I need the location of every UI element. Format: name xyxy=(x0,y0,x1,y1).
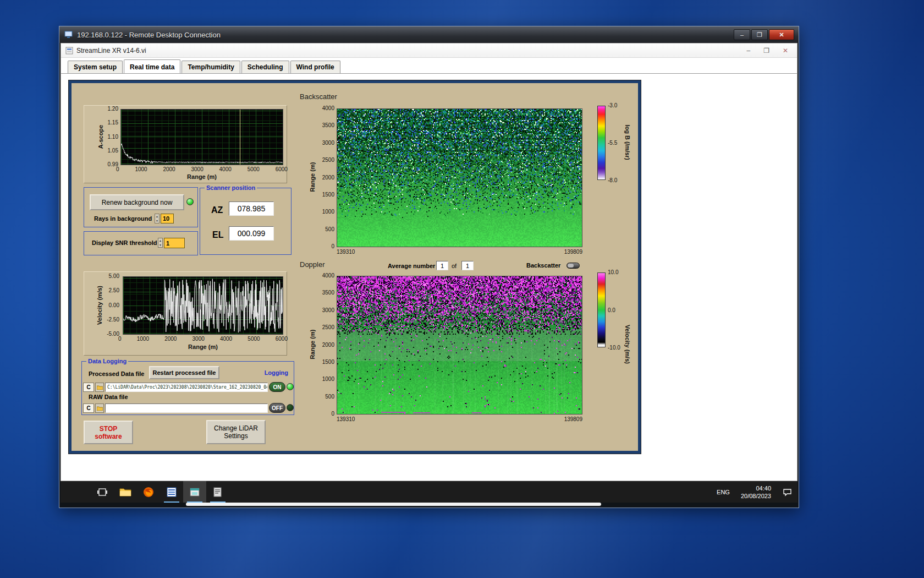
tick-label: 3500 xyxy=(322,290,334,296)
tick-label: -10.0 xyxy=(608,345,625,351)
backscatter-toggle[interactable] xyxy=(566,263,580,269)
rdp-window: 192.168.0.122 - Remote Desktop Connectio… xyxy=(59,26,799,508)
scanner-position-title: Scanner position xyxy=(205,184,257,191)
rays-value-field[interactable]: 10 xyxy=(161,214,174,223)
tick-label: -8.0 xyxy=(608,177,625,183)
azimuth-value: 078.985 xyxy=(229,201,274,216)
stop-software-button[interactable]: STOP software xyxy=(84,421,133,444)
doppler-x-start: 139310 xyxy=(337,416,355,422)
backscatter-y-ticks: 40003500300025002000150010005000 xyxy=(314,105,334,249)
tick-label: 4000 xyxy=(322,105,334,111)
raw-logging-toggle[interactable]: OFF xyxy=(269,403,285,413)
clock-time: 04:40 xyxy=(741,484,771,492)
tick-label: -5.00 xyxy=(107,331,119,337)
tick-label: 0.00 xyxy=(109,302,119,308)
average-number-field[interactable]: 1 xyxy=(436,261,448,270)
app-close-button[interactable]: ✕ xyxy=(783,47,788,54)
processed-drive-selector[interactable]: C xyxy=(83,383,94,392)
snr-value-field[interactable]: 1 xyxy=(164,238,185,248)
rdp-window-controls: – ❐ ✕ xyxy=(734,29,794,40)
velocity-x-ticks: 0100020003000400050006000 xyxy=(118,336,288,342)
scanner-position-group: Scanner position AZ 078.985 EL 000.099 xyxy=(200,188,292,255)
spin-up-icon[interactable]: ▲ xyxy=(158,238,162,243)
streamline-app-button[interactable] xyxy=(183,481,206,503)
restart-processed-file-button[interactable]: Restart processed file xyxy=(149,366,219,379)
processed-logging-toggle[interactable]: ON xyxy=(269,382,285,392)
file-explorer-button[interactable] xyxy=(114,481,137,503)
spin-down-icon[interactable]: ▼ xyxy=(158,243,162,247)
tick-label: 0 xyxy=(331,243,334,249)
scan-app-icon xyxy=(213,487,223,497)
labview-vi-icon xyxy=(65,47,73,54)
tab-temp-humidity[interactable]: Temp/humidity xyxy=(182,61,240,73)
doppler-section-title: Doppler xyxy=(300,260,325,269)
tick-label: 2000 xyxy=(322,342,334,348)
azimuth-label: AZ xyxy=(211,205,223,215)
tick-label: 10.0 xyxy=(608,269,625,275)
spin-down-icon[interactable]: ▼ xyxy=(155,219,159,223)
velocity-plot-canvas xyxy=(123,277,283,334)
language-indicator[interactable]: ENG xyxy=(711,489,735,495)
tick-label: 3000 xyxy=(322,140,334,146)
task-view-icon xyxy=(97,487,108,498)
rays-spinner[interactable]: ▲▼ xyxy=(155,214,160,223)
ascope-plot-area xyxy=(120,109,283,165)
app-titlebar[interactable]: StreamLine XR v14-6.vi – ❐ ✕ xyxy=(61,43,797,58)
raw-browse-button[interactable] xyxy=(95,403,104,413)
backscatter-heatmap-canvas xyxy=(337,109,582,247)
app-blue-button[interactable] xyxy=(160,481,183,503)
renew-background-button[interactable]: Renew background now xyxy=(90,194,184,210)
raw-drive-selector[interactable]: C xyxy=(83,403,94,413)
data-logging-group: Data Logging Processed Data file Restart… xyxy=(81,361,294,415)
clock[interactable]: 04:40 20/08/2023 xyxy=(735,484,777,500)
task-view-button[interactable] xyxy=(91,481,114,503)
average-number-label: Average number xyxy=(388,263,435,269)
tick-label: 4000 xyxy=(219,166,232,172)
tick-label: 4000 xyxy=(322,272,334,279)
processed-path-field[interactable]: C:\LiDAR\Data\Proc\2023\202308\20230820\… xyxy=(105,383,268,392)
tab-system-setup[interactable]: System setup xyxy=(68,61,123,73)
rdp-horizontal-scrollbar[interactable] xyxy=(186,503,601,506)
app-restore-button[interactable]: ❐ xyxy=(763,47,769,54)
tab-scheduling[interactable]: Scheduling xyxy=(241,61,289,73)
firefox-button[interactable] xyxy=(137,481,160,503)
rdp-titlebar[interactable]: 192.168.0.122 - Remote Desktop Connectio… xyxy=(59,26,799,43)
snr-spinner[interactable]: ▲▼ xyxy=(158,238,163,248)
scan-app-button[interactable] xyxy=(206,481,229,503)
tick-label: 3500 xyxy=(322,122,334,128)
app-minimize-button[interactable]: – xyxy=(746,47,750,54)
tick-label: 2500 xyxy=(322,157,334,163)
processed-browse-button[interactable] xyxy=(95,383,104,392)
processed-data-file-label: Processed Data file xyxy=(89,370,145,377)
tick-label: 2000 xyxy=(163,166,175,172)
tab-wind-profile[interactable]: Wind profile xyxy=(290,61,340,73)
tick-label: 4000 xyxy=(220,336,232,342)
raw-path-field[interactable] xyxy=(105,403,268,413)
rdp-minimize-button[interactable]: – xyxy=(734,29,750,40)
tick-label: 0 xyxy=(116,166,119,172)
doppler-heatmap-canvas xyxy=(337,276,582,414)
tick-label: 2000 xyxy=(322,175,334,181)
tick-label: 1500 xyxy=(322,359,334,365)
elevation-label: EL xyxy=(212,230,223,240)
rdp-maximize-button[interactable]: ❐ xyxy=(751,29,768,40)
rdp-computer-icon xyxy=(64,31,73,39)
velocity-plot-area xyxy=(123,276,283,335)
snr-group: Display SNR threshold ▲▼ 1 xyxy=(84,231,198,255)
change-lidar-settings-button[interactable]: Change LiDAR Settings xyxy=(206,420,266,444)
ascope-y-ticks: 1.201.151.101.050.99 xyxy=(103,106,118,167)
action-center-button[interactable] xyxy=(777,481,798,503)
average-total-field[interactable]: 1 xyxy=(461,261,474,270)
backscatter-colorbar-title: log B (/m/sr) xyxy=(624,112,631,173)
doppler-x-end: 139809 xyxy=(564,416,582,422)
tick-label: 2.50 xyxy=(109,287,119,293)
tick-label: 2500 xyxy=(322,324,334,330)
spin-up-icon[interactable]: ▲ xyxy=(155,214,159,219)
velocity-x-axis-title: Range (m) xyxy=(123,343,283,350)
tick-label: 0 xyxy=(331,411,334,417)
tab-real-time-data[interactable]: Real time data xyxy=(124,59,180,73)
processed-logging-led xyxy=(287,383,294,390)
ascope-graph: A-scope 1.201.151.101.050.99 01000200030… xyxy=(84,105,287,183)
rdp-close-button[interactable]: ✕ xyxy=(769,29,794,40)
tick-label: 6000 xyxy=(276,336,288,342)
